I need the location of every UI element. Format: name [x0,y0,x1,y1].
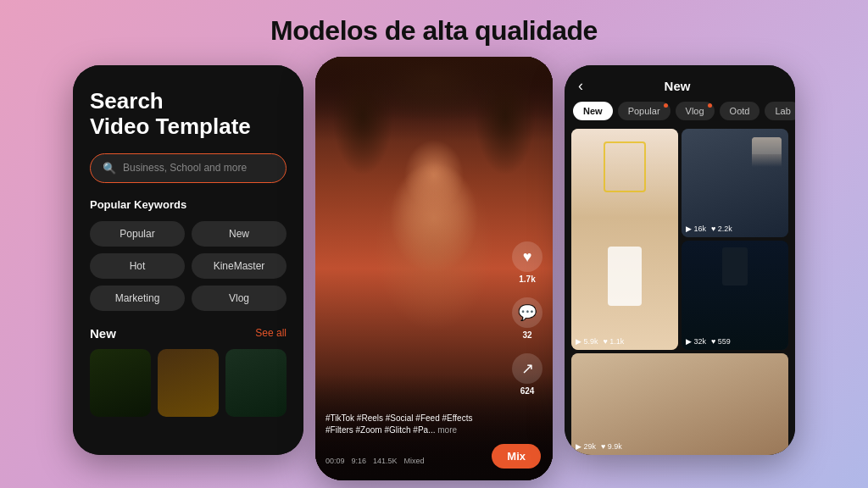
meta-duration: 00:09 [326,457,345,465]
thumb-2[interactable] [158,349,219,417]
tab-ootd[interactable]: Ootd [720,102,760,120]
share-button[interactable]: ↗ 624 [512,353,542,396]
search-placeholder-text: Business, School and more [123,162,247,174]
vlog-dot [708,103,712,108]
views-3: ▶ 32k [686,337,706,346]
face-bracket [604,141,646,192]
browse-header: ‹ New [565,65,795,102]
comment-button[interactable]: 💬 32 [512,297,542,340]
thumb-1[interactable] [90,349,151,417]
meta-size: 141.5K [373,457,398,465]
mix-button[interactable]: Mix [492,444,541,469]
keyword-chip-marketing[interactable]: Marketing [90,286,185,311]
comment-count: 32 [522,330,531,340]
grid-stats-4: ▶ 29k ♥ 9.9k [576,442,622,451]
tab-new[interactable]: New [573,102,613,120]
search-icon: 🔍 [103,162,116,175]
phone-browse: ‹ New New Popular Vlog Ootd Lab ▶ 5.9k [565,65,795,455]
comment-icon: 💬 [512,297,542,328]
popular-dot [664,103,668,108]
likes-3: ♥ 559 [711,337,731,346]
browse-grid: ▶ 5.9k ♥ 1.1k ▶ 16k ♥ 2.2k [565,129,795,455]
meta-type: Mixed [404,457,425,465]
grid-stats-1: ▶ 5.9k ♥ 1.1k [576,337,624,346]
video-caption: #TikTok #Reels #Social #Feed #Effects #F… [326,413,502,436]
views-1: ▶ 5.9k [576,337,598,346]
grid-item-1[interactable]: ▶ 5.9k ♥ 1.1k [571,129,678,350]
meta-resolution: 9:16 [352,457,367,465]
search-title: Search Video Template [90,89,287,140]
likes-1: ♥ 1.1k [604,337,625,346]
video-actions: ♥ 1.7k 💬 32 ↗ 624 [512,241,542,396]
views-2: ▶ 16k [686,225,706,233]
likes-2: ♥ 2.2k [711,225,732,233]
keyword-chip-vlog[interactable]: Vlog [192,286,287,311]
grid-item-2[interactable]: ▶ 16k ♥ 2.2k [682,129,788,237]
search-bar[interactable]: 🔍 Business, School and more [90,153,287,183]
browse-title: New [590,79,765,93]
heart-icon: ♥ [512,241,542,272]
see-all-link[interactable]: See all [255,327,287,339]
like-button[interactable]: ♥ 1.7k [512,241,542,284]
phone-search: Search Video Template 🔍 Business, School… [73,65,303,455]
views-4: ▶ 29k [576,442,596,451]
keyword-chip-popular[interactable]: Popular [90,221,185,247]
grid-item-3[interactable]: ▶ 32k ♥ 559 [682,241,788,349]
new-section-label: New [90,326,116,341]
keyword-chip-hot[interactable]: Hot [90,253,185,279]
more-label[interactable]: more [437,425,457,435]
tab-vlog[interactable]: Vlog [676,102,715,120]
filter-tabs: New Popular Vlog Ootd Lab [565,102,795,129]
keyword-chip-new[interactable]: New [192,221,287,247]
new-thumbnails [90,349,287,441]
likes-4: ♥ 9.9k [601,442,622,451]
share-icon: ↗ [512,353,542,384]
like-count: 1.7k [519,274,535,284]
tab-popular[interactable]: Popular [618,102,670,120]
thumb-3[interactable] [225,349,287,417]
keywords-grid: Popular New Hot KineMaster Marketing Vlo… [90,221,287,311]
phone-video: ♥ 1.7k 💬 32 ↗ 624 #TikTok #Reels #Social… [315,57,553,480]
page-title: Modelos de alta qualidade [270,15,598,47]
grid-stats-2: ▶ 16k ♥ 2.2k [686,225,732,233]
new-section-header: New See all [90,326,287,341]
video-meta: 00:09 9:16 141.5K Mixed [326,457,425,465]
back-button[interactable]: ‹ [578,77,583,95]
share-count: 624 [520,386,535,396]
phones-row: Search Video Template 🔍 Business, School… [0,65,868,480]
grid-stats-3: ▶ 32k ♥ 559 [686,337,731,346]
keyword-chip-kinemaster[interactable]: KineMaster [192,253,287,279]
popular-keywords-label: Popular Keywords [90,198,287,211]
tab-lab[interactable]: Lab [765,102,795,120]
grid-item-4[interactable]: ▶ 29k ♥ 9.9k [571,353,788,455]
